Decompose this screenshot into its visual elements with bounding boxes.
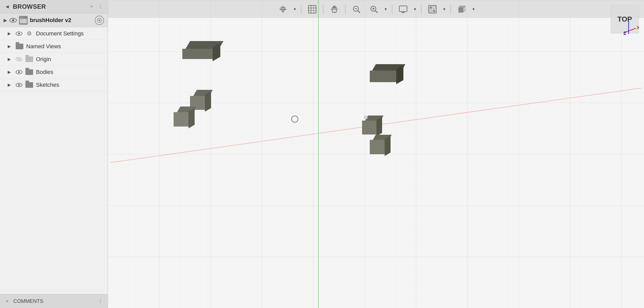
eye-hidden-icon (16, 57, 22, 62)
face-side (385, 136, 391, 156)
document-eye-icon[interactable] (9, 16, 17, 24)
viewport[interactable]: TOP X Z (108, 0, 644, 308)
toolbar-group-viewcube: ▾ (453, 3, 477, 16)
face-front (370, 140, 385, 154)
folder-icon-bodies (25, 69, 33, 76)
toolbar-group-origin: ▾ (275, 3, 298, 16)
svg-rect-45 (399, 6, 407, 12)
document-item[interactable]: ▶ brushHolder v2 (0, 13, 108, 27)
expand-arrow-origin[interactable]: ▶ (8, 57, 13, 62)
add-comment-button[interactable]: ＋ (4, 298, 11, 305)
expand-arrow-doc-settings[interactable]: ▶ (8, 31, 13, 36)
selection-handle-dot (364, 116, 368, 119)
eye-icon-bodies[interactable] (15, 69, 23, 76)
split-panel-button[interactable]: ⋮ (97, 3, 104, 10)
toolbar-group-grid-visibility: ▾ (424, 3, 448, 16)
separator-6 (450, 5, 451, 14)
svg-text:Z: Z (623, 31, 626, 36)
separator-4 (392, 5, 392, 14)
document-settings-circle-button[interactable] (95, 16, 104, 25)
eye-icon-doc-settings[interactable] (15, 30, 23, 37)
face-front (370, 71, 397, 82)
axis-lines-svg: X Z (608, 5, 639, 36)
expand-arrow-sketches[interactable]: ▶ (8, 82, 13, 87)
zoom-fit-icon (352, 5, 361, 14)
eye-icon (16, 83, 22, 87)
origin-button[interactable] (275, 3, 291, 16)
add-panel-button[interactable]: ＋ (88, 3, 95, 10)
eye-icon-sketches[interactable] (15, 81, 23, 89)
folder-icon-origin (25, 56, 33, 63)
svg-rect-51 (430, 10, 432, 12)
viewcube-dropdown-button[interactable]: ▾ (470, 3, 477, 16)
tree-item-named-views[interactable]: ▶ Named Views (0, 40, 108, 53)
pan-icon (330, 5, 339, 14)
svg-point-1 (12, 19, 14, 21)
bodies-label: Bodies (36, 69, 53, 75)
comments-label: COMMENTS (13, 298, 43, 304)
tree-item-origin[interactable]: ▶ Origin (0, 53, 108, 66)
eye-icon (10, 18, 17, 23)
face-side (188, 108, 195, 128)
grid-visibility-dropdown-button[interactable]: ▾ (441, 3, 448, 16)
folder-icon (20, 17, 27, 23)
display-mode-button[interactable] (395, 3, 411, 16)
viewcube-button[interactable] (453, 3, 470, 16)
eye-icon (16, 70, 22, 74)
toolbar-group-display: ▾ (395, 3, 419, 16)
separator-3 (345, 5, 346, 14)
zoom-icon (370, 5, 378, 14)
svg-rect-53 (458, 7, 463, 13)
face-side (376, 117, 382, 136)
tree-item-sketches[interactable]: ▶ Sketches (0, 79, 108, 91)
toolbar-group-zoom: ▾ (366, 3, 389, 16)
origin-dropdown-button[interactable]: ▾ (291, 3, 298, 16)
gear-icon: ⚙ (27, 30, 32, 37)
separator-1 (301, 5, 301, 14)
pan-button[interactable] (326, 3, 343, 16)
separator-5 (421, 5, 422, 14)
3d-cube-midright-bottom (370, 135, 390, 155)
collapse-browser-button[interactable]: ◀ (4, 3, 11, 10)
3d-brick-topright (370, 64, 403, 87)
svg-rect-52 (433, 10, 435, 12)
3d-cube-bottomleft (174, 107, 194, 127)
main-area: ◀ BROWSER ＋ ⋮ ▶ (0, 0, 644, 308)
sketches-label: Sketches (36, 82, 59, 88)
expand-arrow-bodies[interactable]: ▶ (8, 70, 13, 74)
doc-settings-label: Document Settings (36, 30, 84, 37)
grid-visibility-button[interactable] (424, 3, 441, 16)
eye-icon-origin[interactable] (15, 56, 23, 63)
sidebar-header-left: ◀ BROWSER (4, 3, 46, 10)
expand-arrow-named-views[interactable]: ▶ (8, 44, 13, 49)
svg-line-28 (285, 7, 286, 8)
folder-icon-named-views (15, 43, 24, 50)
center-origin-dot (291, 116, 298, 123)
zoom-button[interactable] (366, 3, 382, 16)
svg-rect-49 (430, 6, 432, 9)
zoom-dropdown-button[interactable]: ▾ (382, 3, 389, 16)
target-icon (97, 18, 102, 23)
snap-icon (278, 5, 288, 14)
sidebar: ◀ BROWSER ＋ ⋮ ▶ (0, 0, 108, 308)
viewcube-icon (457, 5, 466, 14)
display-dropdown-button[interactable]: ▾ (411, 3, 419, 16)
separator-2 (323, 5, 324, 14)
document-expand-arrow[interactable]: ▶ (4, 17, 7, 23)
comments-split-button[interactable]: ⋮ (97, 298, 104, 305)
app-container: ◀ BROWSER ＋ ⋮ ▶ (0, 0, 644, 308)
folder-icon-sketches (25, 81, 33, 89)
named-views-label: Named Views (26, 43, 61, 50)
eye-icon (16, 31, 22, 36)
grid-display-button[interactable] (304, 3, 320, 16)
svg-line-27 (280, 7, 281, 8)
origin-label: Origin (36, 56, 51, 63)
toolbar-group-grid (304, 3, 320, 16)
svg-rect-29 (308, 5, 316, 13)
zoom-fit-button[interactable] (348, 3, 365, 16)
axis-indicator: TOP X Z (608, 5, 639, 36)
display-icon (399, 5, 408, 14)
tree-item-document-settings[interactable]: ▶ ⚙ Document Settings (0, 27, 108, 40)
tree-item-bodies[interactable]: ▶ Bodies (0, 66, 108, 79)
svg-point-13 (18, 71, 20, 73)
